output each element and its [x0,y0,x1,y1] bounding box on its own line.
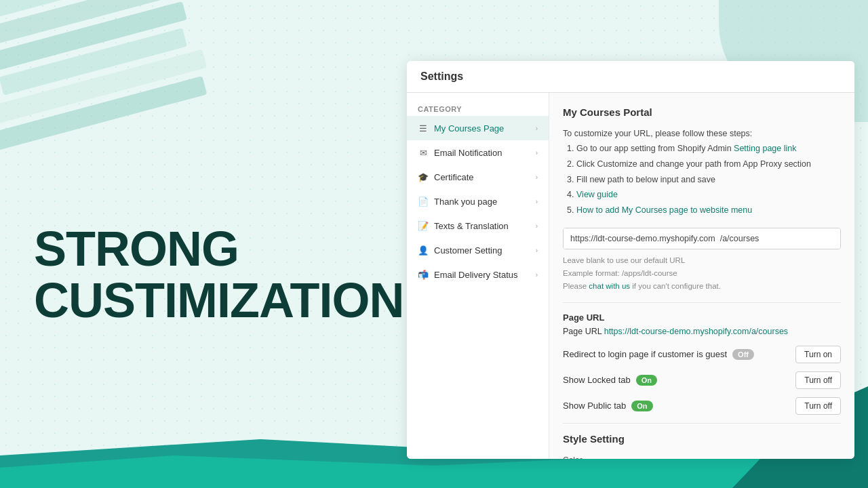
show-locked-toggle-button[interactable]: Turn off [795,371,841,389]
color-section-title: Color [563,455,841,460]
show-public-label: Show Public tab [563,401,626,411]
certificate-icon: 🎓 [418,171,429,182]
portal-title: My Courses Portal [563,106,841,118]
hint1: Leave blank to use our default URL [563,255,841,266]
page-url-section: Page URL Page URL https://ldt-course-dem… [563,312,841,336]
url-input[interactable] [564,228,840,249]
sidebar-label-delivery: Email Delivery Status [434,270,518,280]
instructions-list: Go to our app setting from Shopify Admin… [563,142,841,217]
show-locked-badge: On [636,375,657,386]
view-guide-link[interactable]: View guide [576,190,618,199]
hero-text: STRONG CUSTIMIZATION [34,224,404,326]
show-public-badge: On [631,401,652,411]
sidebar-item-left: 📄 Thank you page [418,196,497,207]
hint2: Example format: /apps/ldt-course [563,268,841,279]
sidebar-item-left: 🎓 Certificate [418,171,474,182]
sidebar-item-left: ✉ Email Notification [418,147,502,158]
show-locked-label: Show Locked tab [563,375,631,385]
sidebar-label-customer: Customer Setting [434,245,502,256]
instructions: To customize your URL, please follow the… [563,129,841,217]
sidebar-item-thank-you-page[interactable]: 📄 Thank you page › [407,189,549,214]
delivery-icon: 📬 [418,269,429,280]
sidebar-item-customer-setting[interactable]: 👤 Customer Setting › [407,238,549,262]
redirect-label: Redirect to login page if customer is gu… [563,349,727,359]
step-4: View guide [576,188,841,201]
sidebar-item-left: 📝 Texts & Translation [418,220,509,231]
chevron-icon: › [536,271,538,279]
redirect-left: Redirect to login page if customer is gu… [563,349,754,360]
setting-page-link[interactable]: Setting page link [734,144,796,153]
sidebar-label-email-notification: Email Notification [434,148,502,158]
page-url-subtitle: Page URL [563,312,841,323]
show-locked-row: Show Locked tab On Turn off [563,371,841,389]
style-setting-title: Style Setting [563,433,841,445]
style-setting-section: Style Setting Color Primary Color Primar… [563,423,841,460]
instructions-intro: To customize your URL, please follow the… [563,129,841,138]
show-locked-left: Show Locked tab On [563,375,657,386]
my-courses-icon: ☰ [418,123,429,134]
sidebar-label-thank-you: Thank you page [434,197,497,207]
customer-icon: 👤 [418,245,429,256]
main-content: My Courses Portal To customize your URL,… [549,93,854,459]
sidebar-label-my-courses: My Courses Page [434,123,504,134]
add-courses-link[interactable]: How to add My Courses page to website me… [576,205,752,215]
sidebar-label-texts: Texts & Translation [434,221,509,231]
sidebar-item-email-notification[interactable]: ✉ Email Notification › [407,140,549,165]
sidebar-item-certificate[interactable]: 🎓 Certificate › [407,165,549,189]
step-1: Go to our app setting from Shopify Admin… [576,142,841,155]
sidebar-item-my-courses-page[interactable]: ☰ My Courses Page › [407,116,549,140]
sidebar-item-email-delivery[interactable]: 📬 Email Delivery Status › [407,262,549,287]
hero-text-line1: STRONG [34,222,239,276]
page-url-display: Page URL https://ldt-course-demo.myshopi… [563,327,841,336]
step-3: Fill new path to below input and save [576,174,841,186]
chevron-icon: › [536,247,538,254]
hero-text-line2: CUSTIMIZATION [34,273,404,327]
color-section: Color Primary Color [563,455,841,460]
step-2: Click Customize and change your path fro… [576,158,841,171]
step-5: How to add My Courses page to website me… [576,204,841,217]
page-url-link[interactable]: https://ldt-course-demo.myshopify.com/a/… [604,327,788,336]
sidebar-label-certificate: Certificate [434,172,474,182]
show-public-row: Show Public tab On Turn off [563,397,841,415]
chevron-icon: › [536,222,538,230]
email-notification-icon: ✉ [418,147,429,158]
hint3: Please chat with us if you can't configu… [563,281,841,292]
thank-you-icon: 📄 [418,196,429,207]
settings-panel: Settings Category ☰ My Courses Page › ✉ … [407,61,854,459]
settings-title: Settings [420,70,463,82]
show-public-toggle-button[interactable]: Turn off [795,397,841,415]
divider1 [563,302,841,303]
sidebar-item-texts-translation[interactable]: 📝 Texts & Translation › [407,214,549,238]
chevron-icon: › [536,174,538,181]
chevron-icon: › [536,125,538,132]
category-label: Category [407,100,549,116]
sidebar-item-left: ☰ My Courses Page [418,123,504,134]
show-public-left: Show Public tab On [563,401,653,411]
url-input-container [563,228,841,249]
chevron-icon: › [536,149,538,157]
redirect-toggle-button[interactable]: Turn on [795,346,841,363]
settings-header: Settings [407,61,854,93]
texts-icon: 📝 [418,220,429,231]
sidebar: Category ☰ My Courses Page › ✉ Email Not… [407,93,549,459]
redirect-row: Redirect to login page if customer is gu… [563,346,841,363]
chat-link[interactable]: chat with us [589,282,630,290]
sidebar-item-left: 📬 Email Delivery Status [418,269,518,280]
settings-body: Category ☰ My Courses Page › ✉ Email Not… [407,93,854,459]
chevron-icon: › [536,198,538,205]
redirect-status-badge: Off [732,349,754,360]
sidebar-item-left: 👤 Customer Setting [418,245,502,256]
